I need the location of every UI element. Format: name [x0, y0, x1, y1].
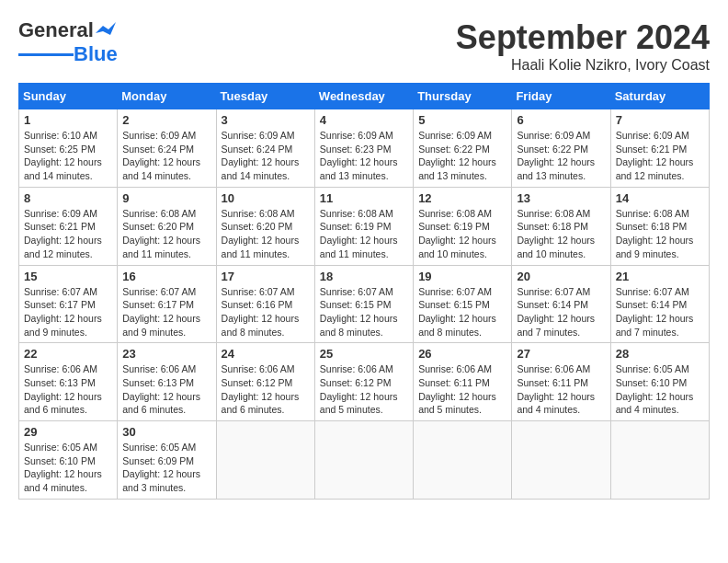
empty-cell [610, 421, 709, 500]
empty-cell [414, 421, 512, 500]
day-cell-29: 29Sunrise: 6:05 AMSunset: 6:10 PMDayligh… [19, 421, 118, 500]
day-cell-16: 16Sunrise: 6:07 AMSunset: 6:17 PMDayligh… [118, 265, 216, 343]
day-cell-19: 19Sunrise: 6:07 AMSunset: 6:15 PMDayligh… [414, 265, 512, 343]
day-info-5: Sunrise: 6:09 AMSunset: 6:22 PMDaylight:… [418, 129, 506, 183]
day-cell-10: 10Sunrise: 6:08 AMSunset: 6:20 PMDayligh… [216, 187, 314, 265]
day-number-5: 5 [418, 113, 506, 127]
day-cell-21: 21Sunrise: 6:07 AMSunset: 6:14 PMDayligh… [610, 265, 709, 343]
logo: General Blue [18, 18, 118, 66]
empty-cell [216, 421, 314, 500]
day-info-10: Sunrise: 6:08 AMSunset: 6:20 PMDaylight:… [222, 207, 310, 261]
day-number-4: 4 [320, 113, 408, 127]
day-cell-23: 23Sunrise: 6:06 AMSunset: 6:13 PMDayligh… [118, 343, 216, 421]
day-cell-3: 3Sunrise: 6:09 AMSunset: 6:24 PMDaylight… [216, 109, 314, 188]
day-number-19: 19 [418, 270, 506, 283]
day-cell-4: 4Sunrise: 6:09 AMSunset: 6:23 PMDaylight… [314, 109, 413, 188]
day-cell-6: 6Sunrise: 6:09 AMSunset: 6:22 PMDaylight… [512, 109, 610, 188]
col-monday: Monday [118, 84, 216, 109]
day-cell-9: 9Sunrise: 6:08 AMSunset: 6:20 PMDaylight… [118, 187, 216, 265]
day-info-7: Sunrise: 6:09 AMSunset: 6:21 PMDaylight:… [616, 129, 704, 183]
day-info-3: Sunrise: 6:09 AMSunset: 6:24 PMDaylight:… [222, 129, 310, 183]
day-info-11: Sunrise: 6:08 AMSunset: 6:19 PMDaylight:… [320, 207, 408, 261]
day-number-7: 7 [616, 113, 704, 127]
day-info-6: Sunrise: 6:09 AMSunset: 6:22 PMDaylight:… [517, 129, 605, 183]
col-friday: Friday [512, 84, 610, 109]
day-number-13: 13 [517, 191, 605, 205]
logo-bird-icon [96, 22, 116, 39]
calendar-week-2: 8Sunrise: 6:09 AMSunset: 6:21 PMDaylight… [19, 187, 710, 265]
day-number-8: 8 [24, 191, 112, 205]
day-number-24: 24 [222, 347, 310, 361]
day-cell-26: 26Sunrise: 6:06 AMSunset: 6:11 PMDayligh… [414, 343, 512, 421]
calendar-week-5: 29Sunrise: 6:05 AMSunset: 6:10 PMDayligh… [19, 421, 710, 500]
day-number-29: 29 [24, 425, 112, 439]
day-cell-28: 28Sunrise: 6:05 AMSunset: 6:10 PMDayligh… [610, 343, 709, 421]
day-info-27: Sunrise: 6:06 AMSunset: 6:11 PMDaylight:… [517, 362, 605, 417]
page-header: General Blue September 2024 Haali Kolie … [18, 18, 710, 74]
svg-marker-0 [96, 22, 116, 35]
day-info-23: Sunrise: 6:06 AMSunset: 6:13 PMDaylight:… [122, 362, 210, 417]
day-info-21: Sunrise: 6:07 AMSunset: 6:14 PMDaylight:… [616, 285, 704, 339]
col-saturday: Saturday [610, 84, 709, 109]
day-info-17: Sunrise: 6:07 AMSunset: 6:16 PMDaylight:… [222, 285, 310, 339]
day-cell-24: 24Sunrise: 6:06 AMSunset: 6:12 PMDayligh… [216, 343, 314, 421]
day-info-14: Sunrise: 6:08 AMSunset: 6:18 PMDaylight:… [616, 207, 704, 261]
day-info-26: Sunrise: 6:06 AMSunset: 6:11 PMDaylight:… [418, 362, 506, 417]
day-info-4: Sunrise: 6:09 AMSunset: 6:23 PMDaylight:… [320, 129, 408, 183]
day-cell-20: 20Sunrise: 6:07 AMSunset: 6:14 PMDayligh… [512, 265, 610, 343]
day-number-17: 17 [222, 270, 310, 283]
day-cell-25: 25Sunrise: 6:06 AMSunset: 6:12 PMDayligh… [314, 343, 413, 421]
day-info-24: Sunrise: 6:06 AMSunset: 6:12 PMDaylight:… [222, 362, 310, 417]
day-cell-5: 5Sunrise: 6:09 AMSunset: 6:22 PMDaylight… [414, 109, 512, 188]
empty-cell [314, 421, 413, 500]
day-number-12: 12 [418, 191, 506, 205]
day-cell-1: 1Sunrise: 6:10 AMSunset: 6:25 PMDaylight… [19, 109, 118, 188]
day-number-27: 27 [517, 347, 605, 361]
col-thursday: Thursday [414, 84, 512, 109]
day-info-22: Sunrise: 6:06 AMSunset: 6:13 PMDaylight:… [24, 362, 112, 417]
day-number-16: 16 [122, 270, 210, 283]
day-number-1: 1 [24, 113, 112, 127]
day-number-23: 23 [122, 347, 210, 361]
day-number-14: 14 [616, 191, 704, 205]
day-info-19: Sunrise: 6:07 AMSunset: 6:15 PMDaylight:… [418, 285, 506, 339]
col-tuesday: Tuesday [216, 84, 314, 109]
title-section: September 2024 Haali Kolie Nzikro, Ivory… [456, 18, 710, 74]
day-cell-30: 30Sunrise: 6:05 AMSunset: 6:09 PMDayligh… [118, 421, 216, 500]
col-sunday: Sunday [19, 84, 118, 109]
calendar-week-3: 15Sunrise: 6:07 AMSunset: 6:17 PMDayligh… [19, 265, 710, 343]
day-info-12: Sunrise: 6:08 AMSunset: 6:19 PMDaylight:… [418, 207, 506, 261]
logo-blue: Blue [74, 42, 118, 66]
day-info-8: Sunrise: 6:09 AMSunset: 6:21 PMDaylight:… [24, 207, 112, 261]
day-info-25: Sunrise: 6:06 AMSunset: 6:12 PMDaylight:… [320, 362, 408, 417]
day-info-1: Sunrise: 6:10 AMSunset: 6:25 PMDaylight:… [24, 129, 112, 183]
day-number-11: 11 [320, 191, 408, 205]
col-wednesday: Wednesday [314, 84, 413, 109]
day-number-10: 10 [222, 191, 310, 205]
day-cell-13: 13Sunrise: 6:08 AMSunset: 6:18 PMDayligh… [512, 187, 610, 265]
day-cell-2: 2Sunrise: 6:09 AMSunset: 6:24 PMDaylight… [118, 109, 216, 188]
day-cell-14: 14Sunrise: 6:08 AMSunset: 6:18 PMDayligh… [610, 187, 709, 265]
day-number-28: 28 [616, 347, 704, 361]
location: Haali Kolie Nzikro, Ivory Coast [456, 57, 710, 74]
day-number-3: 3 [222, 113, 310, 127]
calendar-table: Sunday Monday Tuesday Wednesday Thursday… [18, 83, 710, 500]
calendar-header-row: Sunday Monday Tuesday Wednesday Thursday… [19, 84, 710, 109]
day-cell-11: 11Sunrise: 6:08 AMSunset: 6:19 PMDayligh… [314, 187, 413, 265]
day-number-21: 21 [616, 270, 704, 283]
day-number-26: 26 [418, 347, 506, 361]
month-title: September 2024 [456, 18, 710, 57]
calendar-week-4: 22Sunrise: 6:06 AMSunset: 6:13 PMDayligh… [19, 343, 710, 421]
day-number-2: 2 [122, 113, 210, 127]
day-number-6: 6 [517, 113, 605, 127]
day-number-22: 22 [24, 347, 112, 361]
day-info-16: Sunrise: 6:07 AMSunset: 6:17 PMDaylight:… [122, 285, 210, 339]
day-cell-8: 8Sunrise: 6:09 AMSunset: 6:21 PMDaylight… [19, 187, 118, 265]
day-number-18: 18 [320, 270, 408, 283]
calendar-week-1: 1Sunrise: 6:10 AMSunset: 6:25 PMDaylight… [19, 109, 710, 188]
day-number-25: 25 [320, 347, 408, 361]
day-cell-7: 7Sunrise: 6:09 AMSunset: 6:21 PMDaylight… [610, 109, 709, 188]
logo-general: General [18, 18, 94, 42]
day-cell-15: 15Sunrise: 6:07 AMSunset: 6:17 PMDayligh… [19, 265, 118, 343]
day-number-9: 9 [122, 191, 210, 205]
